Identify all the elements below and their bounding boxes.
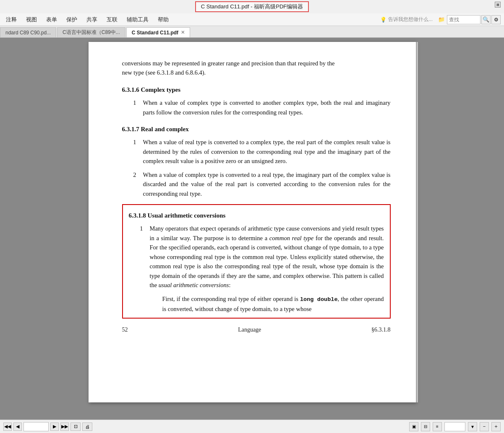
menu-forms[interactable]: 表单	[42, 14, 61, 25]
menu-view[interactable]: 视图	[22, 14, 41, 25]
window-grid-icon[interactable]: ⊞	[495, 2, 501, 8]
footer-page-num: 52	[122, 325, 128, 334]
menu-connect[interactable]: 互联	[102, 14, 122, 25]
status-nav: ◀◀ ◀ 70 / 701 ▶ ▶▶ ⊡ 🖨	[3, 422, 92, 431]
fit-page-button[interactable]: ⊡	[71, 423, 81, 431]
title-bar: C Standard C11.pdf - 福昕高级PDF编辑器 ⊞	[0, 0, 504, 13]
pdf-content: conversions may be represented in greate…	[122, 59, 391, 334]
item-num-617-2: 2	[122, 170, 143, 198]
section-617-item-1: 1 When a value of real type is converted…	[122, 137, 391, 166]
pdf-page: conversions may be represented in greate…	[89, 42, 416, 402]
settings-button[interactable]: ⚙	[491, 15, 501, 24]
search-input[interactable]	[447, 15, 480, 24]
tab-c11[interactable]: C Standard C11.pdf ✕	[126, 27, 190, 37]
zoom-out-button[interactable]: ▾	[468, 422, 477, 431]
footer-section-ref: §6.3.1.8	[371, 325, 391, 334]
italic-usual-arithmetic: usual arithmetic conversions	[159, 282, 229, 288]
tab-c89[interactable]: ndard C89 C90.pd...	[0, 27, 56, 37]
menu-share[interactable]: 共享	[82, 14, 102, 25]
menu-help[interactable]: 帮助	[154, 14, 173, 25]
zoom-level-input[interactable]: 100%	[444, 422, 465, 431]
menu-bar: 注释 视图 表单 保护 共享 互联 辅助工具 帮助 💡 告诉我您想做什么... …	[0, 13, 504, 26]
item-text-617-2: When a value of complex type is converte…	[143, 170, 391, 198]
zoom-minus-button[interactable]: －	[480, 422, 489, 431]
title-bar-icons: ⊞	[495, 2, 501, 8]
item-text-618-1: Many operators that expect operands of a…	[150, 224, 384, 290]
main-area: conversions may be represented in greate…	[0, 38, 504, 420]
folder-icon[interactable]: 📁	[437, 15, 446, 24]
tab-bar: ndard C89 C90.pd... C语言中国标准（C89中... C St…	[0, 26, 504, 38]
menu-tools[interactable]: 辅助工具	[123, 14, 153, 25]
menu-hint: 💡 告诉我您想做什么...	[377, 16, 436, 23]
status-view: ▣ ⊟ ≡ 100% ▾ － ＋	[409, 422, 501, 431]
section-617-heading: 6.3.1.7 Real and complex	[122, 124, 391, 134]
item-num-617-1: 1	[122, 137, 143, 166]
intro-line2: new type (see 6.3.1.8 and 6.8.6.4).	[122, 69, 206, 76]
item-num-616-1: 1	[122, 98, 143, 117]
next-page-button[interactable]: ▶	[50, 423, 59, 431]
menu-protect[interactable]: 保护	[62, 14, 81, 25]
menu-annotations[interactable]: 注释	[2, 14, 21, 25]
lightbulb-icon: 💡	[380, 17, 386, 23]
item-num-618-1: 1	[129, 224, 150, 290]
status-bar: ◀◀ ◀ 70 / 701 ▶ ▶▶ ⊡ 🖨 ▣ ⊟ ≡ 100% ▾ － ＋	[0, 420, 504, 433]
page-footer: 52 Language §6.3.1.8	[122, 325, 391, 334]
item-text-617-1: When a value of real type is converted t…	[143, 137, 391, 166]
intro-line1: conversions may be represented in greate…	[122, 60, 335, 67]
section-616-heading: 6.3.1.6 Complex types	[122, 85, 391, 95]
last-page-button[interactable]: ▶▶	[60, 423, 69, 431]
tab-label-c11: C Standard C11.pdf	[132, 30, 178, 36]
section-618-box: 6.3.1.8 Usual arithmetic conversions 1 M…	[122, 204, 391, 319]
print-button[interactable]: 🖨	[82, 423, 92, 431]
continuous-view-button[interactable]: ≡	[433, 422, 442, 431]
section-618-item-1: 1 Many operators that expect operands of…	[129, 224, 384, 290]
right-border	[417, 42, 418, 402]
page-number-input[interactable]: 70 / 701	[24, 422, 49, 431]
prev-page-button[interactable]: ◀	[13, 423, 22, 431]
indented-paragraph: First, if the corresponding real type of…	[162, 294, 384, 314]
title-bar-title: C Standard C11.pdf - 福昕高级PDF编辑器	[195, 1, 309, 12]
tab-chinese[interactable]: C语言中国标准（C89中...	[57, 27, 125, 37]
section-618-heading: 6.3.1.8 Usual arithmetic conversions	[129, 211, 384, 220]
two-page-view-button[interactable]: ⊟	[421, 422, 430, 431]
italic-common-real-type: common real type	[269, 235, 313, 241]
first-page-button[interactable]: ◀◀	[3, 423, 12, 431]
search-area: 📁 🔍 ⚙	[437, 15, 501, 24]
code-long-double: long double	[300, 296, 338, 303]
footer-section: Language	[238, 325, 261, 334]
hint-text: 告诉我您想做什么...	[388, 16, 433, 23]
section-616-item-1: 1 When a value of complex type is conver…	[122, 98, 391, 117]
zoom-plus-button[interactable]: ＋	[491, 422, 501, 431]
intro-paragraph: conversions may be represented in greate…	[122, 59, 391, 78]
single-page-view-button[interactable]: ▣	[409, 422, 418, 431]
search-button[interactable]: 🔍	[481, 15, 491, 24]
item-text-616-1: When a value of complex type is converte…	[143, 98, 391, 117]
tab-label-c89: ndard C89 C90.pd...	[5, 30, 51, 36]
section-617-item-2: 2 When a value of complex type is conver…	[122, 170, 391, 198]
tab-close-button[interactable]: ✕	[181, 30, 185, 35]
tab-label-chinese: C语言中国标准（C89中...	[63, 29, 120, 36]
